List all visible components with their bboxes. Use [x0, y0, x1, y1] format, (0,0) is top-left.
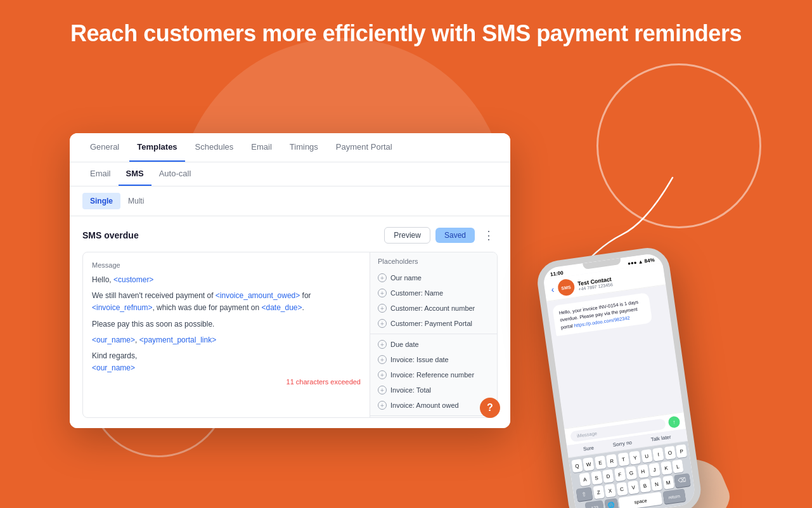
ph-customer-name[interactable]: + Customer: Name: [370, 285, 497, 301]
ph-amount-owed[interactable]: + Invoice: Amount owed: [370, 398, 497, 413]
message-text: Hello, <customer> We still haven't recei…: [92, 274, 361, 374]
tab-email[interactable]: Email: [243, 133, 280, 162]
our-name-placeholder[interactable]: <our_name>: [92, 335, 135, 344]
key-f[interactable]: F: [614, 467, 626, 481]
key-d[interactable]: D: [602, 469, 614, 483]
phone-send-button[interactable]: ↑: [667, 415, 680, 428]
ph-issue-date[interactable]: + Invoice: Issue date: [370, 352, 497, 367]
key-n[interactable]: N: [651, 477, 663, 491]
key-w[interactable]: W: [583, 457, 595, 471]
message-column: Message Hello, <customer> We still haven…: [83, 252, 370, 417]
ph-account-number[interactable]: + Customer: Account number: [370, 301, 497, 316]
saved-button[interactable]: Saved: [435, 228, 475, 243]
phone-time: 11:00: [550, 270, 564, 278]
back-arrow-icon[interactable]: ‹: [550, 284, 555, 294]
ph-plus-icon: +: [378, 304, 387, 313]
key-h[interactable]: H: [637, 464, 649, 478]
tab-bar: General Templates Schedules Email Timing…: [70, 133, 510, 162]
ph-our-name[interactable]: + Our name: [370, 270, 497, 285]
placeholder-group-2: + Due date + Invoice: Issue date + Invoi…: [370, 337, 497, 416]
ph-plus-icon: +: [378, 355, 387, 364]
amount-placeholder[interactable]: <invoice_amount_owed>: [216, 291, 300, 300]
sms-actions: Preview Saved ⋮: [384, 226, 498, 244]
sub-tab-bar: Email SMS Auto-call: [70, 162, 510, 186]
key-u[interactable]: U: [641, 449, 653, 463]
key-a[interactable]: A: [579, 472, 591, 486]
message-placeholder-area: Message Hello, <customer> We still haven…: [82, 252, 498, 418]
key-backspace[interactable]: ⌫: [674, 473, 691, 488]
sms-block-title: SMS overdue: [82, 230, 139, 240]
sub-tab-email[interactable]: Email: [82, 162, 119, 186]
sub-tab-autocall[interactable]: Auto-call: [151, 162, 199, 186]
key-m[interactable]: M: [662, 476, 674, 490]
phone-container: 11:00 ●●● ▲ 84% ‹ SMS Test Contact +44 7…: [571, 252, 799, 508]
key-y[interactable]: Y: [629, 451, 641, 465]
toggle-bar: Single Multi: [70, 186, 510, 216]
key-s[interactable]: S: [591, 471, 603, 485]
portal-link-placeholder[interactable]: <payment_portal_link>: [139, 335, 216, 344]
contact-avatar: SMS: [557, 278, 575, 297]
suggestion-sure[interactable]: Sure: [583, 445, 595, 452]
ph-reference-number[interactable]: + Invoice: Reference number: [370, 367, 497, 382]
help-button[interactable]: ?: [480, 398, 500, 418]
key-p[interactable]: P: [676, 444, 688, 458]
ph-plus-icon: +: [378, 370, 387, 379]
date-placeholder[interactable]: <date_due>: [261, 303, 302, 312]
key-v[interactable]: V: [628, 480, 640, 494]
ph-due-date[interactable]: + Due date: [370, 337, 497, 352]
toggle-single[interactable]: Single: [82, 193, 120, 209]
key-b[interactable]: B: [639, 479, 651, 493]
placeholder-group-1: + Our name + Customer: Name + Customer: …: [370, 270, 497, 334]
phone-link: https://p.odoo.com/982342: [574, 315, 630, 328]
ph-plus-icon: +: [378, 340, 387, 349]
tab-timings[interactable]: Timings: [282, 133, 326, 162]
bg-circle-top-right: [596, 63, 761, 228]
key-c[interactable]: C: [616, 482, 628, 496]
refnum-placeholder[interactable]: <invoice_refnum>: [92, 303, 152, 312]
key-z[interactable]: Z: [593, 485, 605, 499]
tab-templates[interactable]: Templates: [129, 133, 184, 162]
ph-plus-icon: +: [378, 386, 387, 394]
ui-card: General Templates Schedules Email Timing…: [70, 133, 510, 428]
key-o[interactable]: O: [664, 446, 676, 460]
headline: Reach customers more efficiently with SM…: [0, 20, 812, 47]
more-options-button[interactable]: ⋮: [480, 226, 498, 244]
ph-plus-icon: +: [378, 273, 387, 282]
ph-payment-portal[interactable]: + Customer: Payment Portal: [370, 316, 497, 331]
preview-button[interactable]: Preview: [384, 227, 430, 244]
phone-message-bubble: Hello, your invoice INV-0154 is 1 days o…: [552, 292, 652, 336]
ph-total[interactable]: + Invoice: Total: [370, 382, 497, 398]
our-name-2-placeholder[interactable]: <our_name>: [92, 363, 135, 372]
key-g[interactable]: G: [626, 466, 638, 480]
key-l[interactable]: L: [672, 459, 684, 473]
sub-tab-sms[interactable]: SMS: [119, 162, 151, 186]
message-label: Message: [92, 261, 361, 269]
phone-message-area: Hello, your invoice INV-0154 is 1 days o…: [546, 285, 683, 428]
customer-placeholder[interactable]: <customer>: [113, 275, 153, 284]
key-q[interactable]: Q: [571, 459, 583, 472]
toggle-multi[interactable]: Multi: [120, 193, 151, 209]
tab-schedules[interactable]: Schedules: [188, 133, 242, 162]
key-i[interactable]: I: [652, 447, 664, 461]
key-shift[interactable]: ⇧: [576, 487, 593, 502]
key-globe[interactable]: 🌐: [604, 498, 619, 508]
char-exceeded: 11 characters exceeded: [92, 378, 361, 386]
suggestion-later[interactable]: Talk later: [650, 434, 671, 442]
ph-plus-icon: +: [378, 401, 387, 410]
placeholder-column: Placeholders + Our name + Customer: Name…: [370, 252, 497, 417]
phone-screen: 11:00 ●●● ▲ 84% ‹ SMS Test Contact +44 7…: [542, 252, 697, 508]
suggestion-sorry[interactable]: Sorry no: [612, 440, 632, 448]
phone-frame: 11:00 ●●● ▲ 84% ‹ SMS Test Contact +44 7…: [535, 245, 704, 508]
ph-plus-icon: +: [378, 319, 387, 328]
key-t[interactable]: T: [617, 452, 629, 466]
contact-info: Test Contact +44 7897 123456: [577, 276, 614, 291]
tab-general[interactable]: General: [82, 133, 127, 162]
key-k[interactable]: K: [661, 461, 673, 475]
key-r[interactable]: R: [606, 454, 618, 468]
key-j[interactable]: J: [648, 463, 661, 477]
key-e[interactable]: E: [595, 455, 607, 469]
key-123[interactable]: 123: [585, 500, 605, 508]
tab-payment-portal[interactable]: Payment Portal: [328, 133, 400, 162]
key-return[interactable]: return: [662, 488, 685, 504]
key-x[interactable]: X: [604, 484, 616, 498]
